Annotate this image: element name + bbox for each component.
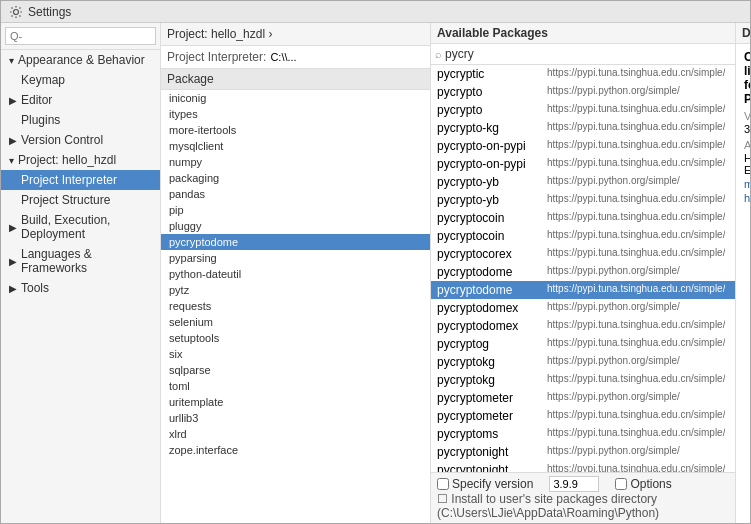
options-label: Options (630, 477, 671, 491)
svg-point-0 (14, 9, 19, 14)
sidebar-item-label: Build, Execution, Deployment (21, 213, 152, 241)
pkg-list-item[interactable]: pycrypto https://pypi.tuna.tsinghua.edu.… (431, 101, 735, 119)
pkg-list-item[interactable]: pycryptometer https://pypi.tuna.tsinghua… (431, 407, 735, 425)
sidebar-item-editor[interactable]: ▶ Editor (1, 90, 160, 110)
desc-content: Cryptographic library for Python Version… (736, 44, 750, 523)
package-item[interactable]: pyparsing (161, 250, 430, 266)
sidebar-search-input[interactable] (5, 27, 156, 45)
sidebar-item-label: Keymap (21, 73, 65, 87)
pkg-list-item[interactable]: pycryptonight https://pypi.tuna.tsinghua… (431, 461, 735, 472)
sidebar-item-label: Editor (21, 93, 52, 107)
sidebar-item-structure[interactable]: Project Structure (1, 190, 160, 210)
package-item[interactable]: pandas (161, 186, 430, 202)
specify-version-checkbox[interactable]: Specify version (437, 477, 533, 491)
pkg-list-item[interactable]: pycrypto https://pypi.python.org/simple/ (431, 83, 735, 101)
package-item[interactable]: mysqlclient (161, 138, 430, 154)
search-box (1, 23, 160, 50)
pkg-list-container: pycryptic https://pypi.tuna.tsinghua.edu… (431, 65, 735, 472)
pkg-list-item[interactable]: pycryptoms https://pypi.tuna.tsinghua.ed… (431, 425, 735, 443)
package-item[interactable]: uritemplate (161, 394, 430, 410)
package-item[interactable]: packaging (161, 170, 430, 186)
pkg-list-item[interactable]: pycryptokg https://pypi.tuna.tsinghua.ed… (431, 371, 735, 389)
main-content: ▾ Appearance & Behavior Keymap ▶ Editor … (1, 23, 750, 523)
title-bar: Settings (1, 1, 750, 23)
sidebar-item-interpreter[interactable]: Project Interpreter (1, 170, 160, 190)
pkg-list-item-selected[interactable]: pycryptodome https://pypi.tuna.tsinghua.… (431, 281, 735, 299)
available-packages-header: Available Packages (431, 23, 735, 44)
pkg-list-item[interactable]: pycryptodomex https://pypi.tuna.tsinghua… (431, 317, 735, 335)
sidebar-item-project[interactable]: ▾ Project: hello_hzdl (1, 150, 160, 170)
interpreter-row: Project Interpreter: C:\\... (161, 46, 430, 69)
sidebar-item-languages[interactable]: ▶ Languages & Frameworks (1, 244, 160, 278)
pkg-list-item[interactable]: pycrypto-on-pypi https://pypi.tuna.tsing… (431, 137, 735, 155)
arrow-icon: ▾ (9, 55, 14, 66)
pkg-list-item[interactable]: pycryptocoin https://pypi.tuna.tsinghua.… (431, 227, 735, 245)
options-checkbox-input[interactable] (615, 478, 627, 490)
package-search-input[interactable] (445, 47, 731, 61)
pkg-list-item[interactable]: pycryptic https://pypi.tuna.tsinghua.edu… (431, 65, 735, 83)
settings-icon (9, 5, 23, 19)
package-item[interactable]: requests (161, 298, 430, 314)
sidebar-item-label: Project Structure (21, 193, 110, 207)
pkg-list-item[interactable]: pycryptog https://pypi.tuna.tsinghua.edu… (431, 335, 735, 353)
package-item[interactable]: selenium (161, 314, 430, 330)
sidebar-item-label: Project: hello_hzdl (18, 153, 116, 167)
package-item[interactable]: itypes (161, 106, 430, 122)
packages-header: Package (161, 69, 430, 90)
desc-header: Description (736, 23, 750, 44)
pkg-list-item[interactable]: pycrypto-kg https://pypi.tuna.tsinghua.e… (431, 119, 735, 137)
pkg-list-item[interactable]: pycrypto-yb https://pypi.python.org/simp… (431, 173, 735, 191)
package-item[interactable]: pluggy (161, 218, 430, 234)
sidebar-item-label: Version Control (21, 133, 103, 147)
package-item[interactable]: six (161, 346, 430, 362)
pkg-list-item[interactable]: pycrypto-on-pypi https://pypi.tuna.tsing… (431, 155, 735, 173)
package-item[interactable]: sqlparse (161, 362, 430, 378)
sidebar-item-plugins[interactable]: Plugins (1, 110, 160, 130)
arrow-icon: ▶ (9, 256, 17, 267)
package-item[interactable]: zope.interface (161, 442, 430, 458)
sidebar-item-appearance[interactable]: ▾ Appearance & Behavior (1, 50, 160, 70)
pkg-list-item[interactable]: pycryptocoin https://pypi.tuna.tsinghua.… (431, 209, 735, 227)
specify-version-input[interactable] (437, 478, 449, 490)
sidebar-item-build[interactable]: ▶ Build, Execution, Deployment (1, 210, 160, 244)
package-item[interactable]: urllib3 (161, 410, 430, 426)
pkg-list-item[interactable]: pycryptodomex https://pypi.python.org/si… (431, 299, 735, 317)
pkg-list-item[interactable]: pycrypto-yb https://pypi.tuna.tsinghua.e… (431, 191, 735, 209)
nav-list: ▾ Appearance & Behavior Keymap ▶ Editor … (1, 50, 160, 523)
package-item[interactable]: numpy (161, 154, 430, 170)
pkg-list-item[interactable]: pycryptocorex https://pypi.tuna.tsinghua… (431, 245, 735, 263)
available-packages-panel: Available Packages ⌕ pycryptic https://p… (431, 23, 736, 523)
interpreter-value: C:\\... (270, 51, 424, 63)
specify-version-label: Specify version (452, 477, 533, 491)
package-item[interactable]: iniconig (161, 90, 430, 106)
sidebar-item-keymap[interactable]: Keymap (1, 70, 160, 90)
sidebar-item-label: Appearance & Behavior (18, 53, 145, 67)
center-header: Project: hello_hzdl › (161, 23, 430, 46)
sidebar-item-tools[interactable]: ▶ Tools (1, 278, 160, 298)
search-icon: ⌕ (435, 48, 442, 60)
version-value-input[interactable] (549, 476, 599, 492)
app-window: Settings ▾ Appearance & Behavior Keymap … (0, 0, 751, 524)
pkg-list-item[interactable]: pycryptonight https://pypi.python.org/si… (431, 443, 735, 461)
sidebar-item-versioncontrol[interactable]: ▶ Version Control (1, 130, 160, 150)
package-item[interactable]: xlrd (161, 426, 430, 442)
package-item[interactable]: pytz (161, 282, 430, 298)
sidebar-item-label: Languages & Frameworks (21, 247, 152, 275)
pkg-list-item[interactable]: pycryptokg https://pypi.python.org/simpl… (431, 353, 735, 371)
pkg-list-item[interactable]: pycryptodome https://pypi.python.org/sim… (431, 263, 735, 281)
package-item[interactable]: setuptools (161, 330, 430, 346)
package-item[interactable]: pip (161, 202, 430, 218)
package-item[interactable]: python-dateutil (161, 266, 430, 282)
arrow-icon: ▶ (9, 222, 17, 233)
package-item-pycryptodome[interactable]: pycryptodome (161, 234, 430, 250)
pkg-list-item[interactable]: pycryptometer https://pypi.python.org/si… (431, 389, 735, 407)
title-bar-text: Settings (28, 5, 71, 19)
install-note: ☐ Install to user's site packages direct… (437, 492, 729, 520)
sidebar-item-label: Tools (21, 281, 49, 295)
arrow-icon: ▶ (9, 135, 17, 146)
center-panel: Project: hello_hzdl › Project Interprete… (161, 23, 431, 523)
options-checkbox[interactable]: Options (615, 477, 671, 491)
project-name: Project: hello_hzdl (167, 27, 265, 41)
package-item[interactable]: more-itertools (161, 122, 430, 138)
package-item[interactable]: toml (161, 378, 430, 394)
